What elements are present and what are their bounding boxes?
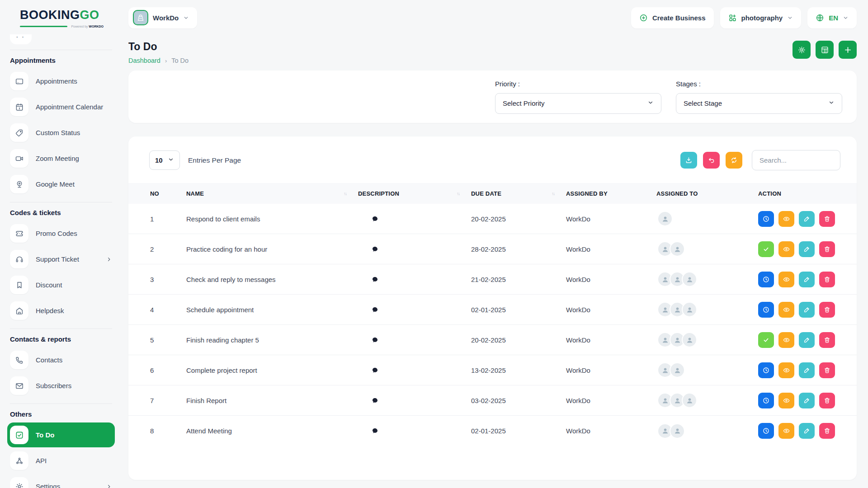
view-task-button[interactable] <box>778 211 794 227</box>
avatar[interactable] <box>670 241 685 257</box>
sort-icon[interactable]: ↑↓ <box>344 191 346 196</box>
grid-view-button[interactable] <box>816 41 834 59</box>
cell-description <box>358 216 471 222</box>
description-comment-button[interactable] <box>372 397 378 404</box>
task-status-button[interactable] <box>758 362 774 378</box>
reset-button[interactable] <box>703 152 720 169</box>
edit-task-button[interactable] <box>799 302 815 318</box>
sidebar-item-to-do[interactable]: To Do <box>7 422 115 447</box>
task-status-button[interactable] <box>758 423 774 439</box>
sidebar-item-support-ticket[interactable]: Support Ticket <box>7 247 115 272</box>
task-status-button[interactable] <box>758 332 774 348</box>
cell-assigned-by: WorkDo <box>566 427 656 435</box>
edit-task-button[interactable] <box>799 272 815 287</box>
scrolled-nav-item-partial: · · <box>10 34 32 44</box>
delete-task-button[interactable] <box>819 241 835 257</box>
description-comment-button[interactable] <box>372 367 378 374</box>
avatar[interactable] <box>682 393 697 408</box>
brand-logo[interactable]: BOOKINGGO Powered by WORKDO <box>10 8 112 28</box>
view-task-button[interactable] <box>778 302 794 318</box>
column-header-due-date[interactable]: DUE DATE↑↓ <box>471 190 566 197</box>
view-task-button[interactable] <box>778 332 794 348</box>
cell-no: 2 <box>150 245 186 253</box>
view-task-button[interactable] <box>778 362 794 378</box>
delete-task-button[interactable] <box>819 362 835 378</box>
create-business-button[interactable]: Create Business <box>631 7 714 28</box>
cell-actions <box>758 272 835 287</box>
delete-task-button[interactable] <box>819 423 835 439</box>
view-task-button[interactable] <box>778 393 794 408</box>
description-comment-button[interactable] <box>372 337 378 343</box>
task-status-button[interactable] <box>758 302 774 318</box>
avatar[interactable] <box>670 362 685 378</box>
search-input[interactable] <box>752 150 840 170</box>
edit-task-button[interactable] <box>799 423 815 439</box>
edit-task-button[interactable] <box>799 362 815 378</box>
delete-task-button[interactable] <box>819 302 835 318</box>
avatar[interactable] <box>670 423 685 439</box>
entries-per-page-select[interactable]: 10 <box>149 150 180 170</box>
sidebar-item-subscribers[interactable]: Subscribers <box>7 373 115 398</box>
cell-actions <box>758 332 835 348</box>
description-comment-button[interactable] <box>372 246 378 253</box>
sidebar-item-google-meet[interactable]: Google Meet <box>7 172 115 197</box>
sidebar-item-api[interactable]: API <box>7 448 115 473</box>
sort-icon[interactable]: ↑↓ <box>457 191 459 196</box>
clock-icon <box>762 215 770 223</box>
page-title: To Do <box>128 41 189 53</box>
task-status-button[interactable] <box>758 393 774 408</box>
avatar[interactable] <box>682 332 697 347</box>
delete-task-button[interactable] <box>819 211 835 227</box>
sidebar-item-discount[interactable]: Discount <box>7 272 115 297</box>
column-header-description[interactable]: DESCRIPTION↑↓ <box>358 190 471 197</box>
export-button[interactable] <box>680 152 697 169</box>
avatar[interactable] <box>682 302 697 317</box>
sort-icon[interactable]: ↑↓ <box>552 191 554 196</box>
sidebar-item-contacts[interactable]: Contacts <box>7 347 115 372</box>
delete-task-button[interactable] <box>819 332 835 348</box>
delete-task-button[interactable] <box>819 393 835 408</box>
view-task-button[interactable] <box>778 272 794 287</box>
cell-actions <box>758 423 835 439</box>
cell-assigned-to <box>656 393 758 408</box>
breadcrumb-dashboard-link[interactable]: Dashboard <box>128 57 160 64</box>
edit-task-button[interactable] <box>799 211 815 227</box>
description-comment-button[interactable] <box>372 276 378 283</box>
task-status-button[interactable] <box>758 241 774 257</box>
refresh-button[interactable] <box>726 152 742 169</box>
settings-button[interactable] <box>793 41 811 59</box>
workspace-switcher[interactable]: WorkDo <box>128 7 197 28</box>
description-comment-button[interactable] <box>372 306 378 313</box>
stage-select[interactable]: Select Stage <box>676 93 842 114</box>
language-selector[interactable]: EN <box>807 7 857 28</box>
sidebar-item-settings[interactable]: Settings <box>7 474 115 488</box>
cell-name: Complete project report <box>186 366 358 374</box>
edit-task-button[interactable] <box>799 241 815 257</box>
column-header-name[interactable]: NAME↑↓ <box>186 190 358 197</box>
sidebar-item-appointment-calendar[interactable]: Appointment Calendar <box>7 94 115 119</box>
sidebar-item-promo-codes[interactable]: Promo Codes <box>7 221 115 246</box>
description-comment-button[interactable] <box>372 216 378 222</box>
sidebar-item-custom-status[interactable]: Custom Status <box>7 120 115 145</box>
business-selector[interactable]: photography <box>720 7 802 28</box>
api-nodes-icon <box>10 451 28 470</box>
table-row: 1Respond to client emails20-02-2025WorkD… <box>128 204 857 234</box>
task-status-button[interactable] <box>758 272 774 287</box>
cell-name: Finish reading chapter 5 <box>186 336 358 344</box>
eye-icon <box>783 276 790 283</box>
sidebar-item-appointments[interactable]: Appointments <box>7 69 115 94</box>
priority-select[interactable]: Select Priority <box>495 93 661 114</box>
sidebar-item-helpdesk[interactable]: Helpdesk <box>7 298 115 323</box>
edit-task-button[interactable] <box>799 393 815 408</box>
task-status-button[interactable] <box>758 211 774 227</box>
sidebar-item-zoom-meeting[interactable]: Zoom Meeting <box>7 146 115 171</box>
avatar[interactable] <box>657 211 673 226</box>
view-task-button[interactable] <box>778 423 794 439</box>
description-comment-button[interactable] <box>372 427 378 434</box>
edit-task-button[interactable] <box>799 332 815 348</box>
delete-task-button[interactable] <box>819 272 835 287</box>
view-task-button[interactable] <box>778 241 794 257</box>
add-todo-button[interactable] <box>839 41 857 59</box>
table-row: 4Schedule appointment02-01-2025WorkDo <box>128 295 857 325</box>
avatar[interactable] <box>682 272 697 287</box>
